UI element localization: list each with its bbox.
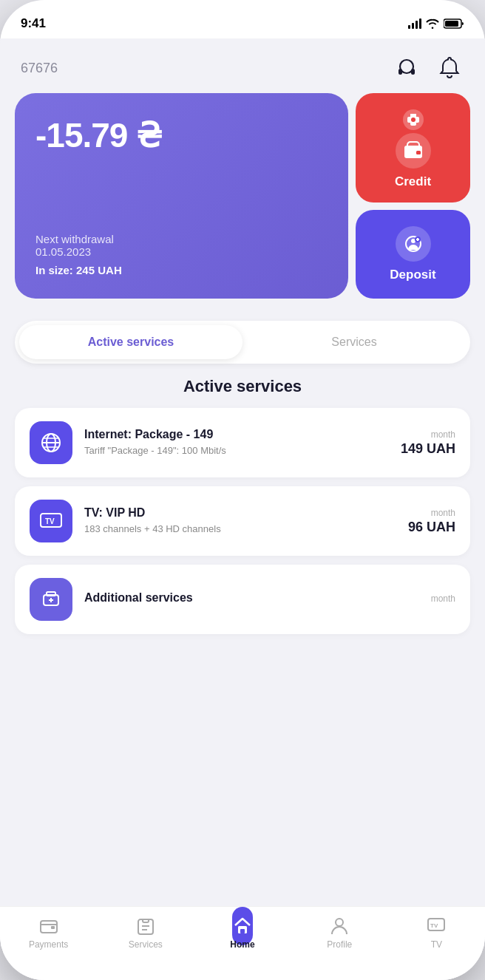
svg-rect-37	[51, 926, 55, 929]
svg-rect-8	[411, 69, 415, 75]
deposit-icon-svg	[403, 234, 424, 254]
svg-rect-2	[416, 21, 418, 29]
internet-period: month	[401, 429, 455, 440]
additional-icon	[30, 578, 72, 621]
service-card-tv[interactable]: TV TV: VIP HD 183 channels + 43 HD chann…	[15, 486, 470, 556]
internet-info: Internet: Package - 149 Tariff "Package …	[84, 428, 389, 457]
tv-name: TV: VIP HD	[84, 506, 396, 520]
tab-active-services[interactable]: Active services	[19, 325, 243, 359]
service-card-internet[interactable]: Internet: Package - 149 Tariff "Package …	[15, 408, 470, 477]
svg-text:TV: TV	[45, 517, 55, 525]
cards-area: -15.79 ₴ Next withdrawal 01.05.2023 In s…	[0, 93, 485, 313]
svg-text:TV: TV	[430, 922, 438, 929]
globe-icon	[39, 431, 63, 455]
nav-services[interactable]: Services	[97, 916, 194, 950]
svg-rect-3	[419, 18, 421, 29]
profile-nav-icon	[329, 916, 350, 936]
tv-desc: 183 channels + 43 HD channels	[84, 523, 396, 536]
next-withdrawal-date: 01.05.2023	[35, 245, 91, 258]
status-time: 9:41	[21, 16, 46, 31]
phone-frame: 9:41 67676	[0, 0, 485, 980]
bell-icon	[438, 56, 461, 80]
tv-nav-icon: TV	[426, 916, 447, 936]
services-nav-label: Services	[129, 939, 163, 950]
balance-card: -15.79 ₴ Next withdrawal 01.05.2023 In s…	[15, 93, 348, 299]
tv-nav-svg: TV	[427, 917, 446, 935]
credit-card[interactable]: Credit	[356, 93, 470, 203]
credit-wallet-svg	[403, 140, 424, 161]
bottom-nav: Payments Services	[0, 906, 485, 980]
svg-rect-33	[47, 592, 55, 596]
deposit-card[interactable]: Deposit	[356, 210, 470, 299]
app-content: 67676	[0, 38, 485, 980]
service-list: Internet: Package - 149 Tariff "Package …	[0, 408, 485, 634]
additional-price: month	[431, 593, 455, 605]
internet-name: Internet: Package - 149	[84, 428, 389, 441]
tv-icon: TV	[30, 500, 72, 542]
section-title: Active services	[0, 377, 485, 396]
internet-icon	[30, 421, 72, 464]
additional-name: Additional services	[84, 591, 419, 605]
svg-rect-0	[408, 25, 410, 29]
payments-nav-label: Payments	[29, 939, 68, 950]
credit-icon-circle	[396, 133, 431, 169]
credit-icon	[400, 106, 427, 133]
deposit-label: Deposit	[390, 268, 435, 282]
balance-amount: -15.79 ₴	[35, 115, 328, 155]
svg-point-14	[411, 118, 416, 122]
wallet-nav-icon	[39, 916, 58, 936]
status-icons	[408, 18, 464, 29]
svg-rect-7	[398, 69, 402, 75]
header-icons	[392, 53, 464, 83]
nav-home[interactable]: Home	[194, 916, 291, 950]
signal-icon	[408, 18, 421, 29]
svg-rect-5	[445, 21, 458, 27]
service-card-additional[interactable]: Additional services month	[15, 565, 470, 634]
additional-info: Additional services	[84, 591, 419, 608]
headphones-icon	[395, 56, 418, 80]
credit-label: Credit	[395, 174, 431, 189]
internet-price: month 149 UAH	[401, 429, 455, 457]
home-icon	[233, 916, 252, 936]
tv-service-icon: TV	[39, 511, 63, 531]
support-button[interactable]	[392, 53, 421, 83]
tv-amount: 96 UAH	[408, 520, 455, 534]
internet-amount: 149 UAH	[401, 441, 455, 456]
nav-tv[interactable]: TV TV	[388, 916, 485, 950]
in-size-label: In size:	[35, 264, 73, 276]
account-number: 67676	[21, 61, 58, 76]
wifi-icon	[426, 18, 439, 29]
next-withdrawal-label: Next withdrawal	[35, 233, 114, 245]
person-nav-icon	[330, 916, 348, 936]
header: 67676	[0, 38, 485, 93]
additional-services-icon	[39, 588, 63, 611]
tab-services[interactable]: Services	[243, 325, 466, 359]
payments-nav-icon	[38, 916, 59, 936]
notification-button[interactable]	[435, 53, 464, 83]
tabs-container: Active services Services	[15, 321, 470, 364]
svg-point-43	[336, 919, 343, 926]
svg-rect-1	[412, 23, 414, 29]
in-size: In size: 245 UAH	[35, 264, 328, 276]
tv-info: TV: VIP HD 183 channels + 43 HD channels	[84, 506, 396, 536]
notch	[187, 0, 298, 22]
clipboard-nav-icon	[137, 916, 155, 936]
additional-period: month	[431, 593, 455, 604]
battery-icon	[444, 18, 464, 29]
svg-rect-16	[416, 151, 421, 154]
profile-nav-label: Profile	[327, 939, 352, 950]
balance-details: Next withdrawal 01.05.2023 In size: 245 …	[35, 233, 328, 276]
home-nav-label: Home	[230, 939, 254, 950]
nav-profile[interactable]: Profile	[291, 916, 388, 950]
home-nav-icon	[232, 916, 253, 936]
next-withdrawal: Next withdrawal 01.05.2023	[35, 233, 328, 258]
services-nav-icon	[135, 916, 156, 936]
tv-nav-label: TV	[431, 939, 442, 950]
deposit-icon-circle	[396, 226, 431, 262]
in-size-amount: 245 UAH	[76, 264, 122, 276]
nav-payments[interactable]: Payments	[0, 916, 97, 950]
svg-rect-42	[240, 929, 245, 933]
tv-period: month	[408, 508, 455, 518]
internet-desc: Tariff "Package - 149": 100 Mbit/s	[84, 444, 389, 457]
tv-price: month 96 UAH	[408, 508, 455, 535]
